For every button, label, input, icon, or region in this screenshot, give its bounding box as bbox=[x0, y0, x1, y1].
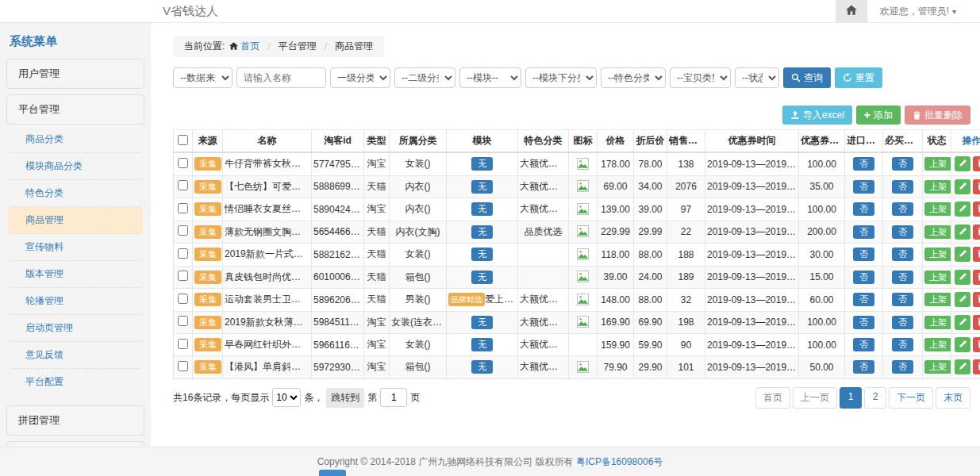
sidebar-item[interactable]: 平台配置 bbox=[8, 369, 143, 395]
pager-button-1[interactable]: 1 bbox=[840, 387, 862, 409]
search-button[interactable]: 查询 bbox=[783, 67, 831, 88]
import-excel-button[interactable]: 导入excel bbox=[782, 106, 852, 125]
delete-button[interactable] bbox=[973, 359, 980, 374]
filter-select-module-subcategory[interactable]: --模块下分类-- bbox=[525, 67, 597, 88]
import-toggle-badge[interactable]: 否 bbox=[853, 248, 874, 261]
pager-button-2[interactable]: 2 bbox=[864, 387, 886, 409]
status-badge[interactable]: 上架 bbox=[924, 271, 951, 284]
sidebar-item[interactable]: 宣传物料 bbox=[8, 234, 143, 261]
filter-select-level2-category[interactable]: --二级分类-- bbox=[394, 67, 455, 88]
status-badge[interactable]: 上架 bbox=[924, 248, 951, 261]
row-checkbox[interactable] bbox=[178, 248, 188, 259]
edit-button[interactable] bbox=[955, 359, 970, 374]
sidebar-item[interactable]: 特色分类 bbox=[8, 180, 143, 207]
delete-button[interactable] bbox=[973, 270, 980, 285]
edit-button[interactable] bbox=[955, 292, 970, 307]
sidebar-section-header-0[interactable]: 用户管理 bbox=[6, 59, 144, 89]
must-buy-toggle-badge[interactable]: 否 bbox=[892, 180, 913, 194]
status-badge[interactable]: 上架 bbox=[924, 338, 951, 351]
row-checkbox[interactable] bbox=[178, 361, 188, 371]
delete-button[interactable] bbox=[973, 225, 980, 240]
must-buy-toggle-badge[interactable]: 否 bbox=[892, 157, 913, 171]
must-buy-toggle-badge[interactable]: 否 bbox=[892, 202, 913, 216]
row-checkbox[interactable] bbox=[178, 294, 188, 304]
import-toggle-badge[interactable]: 否 bbox=[853, 293, 874, 306]
edit-button[interactable] bbox=[955, 337, 970, 352]
edit-button[interactable] bbox=[955, 225, 970, 240]
must-buy-toggle-badge[interactable]: 否 bbox=[892, 360, 913, 374]
edit-button[interactable] bbox=[955, 156, 970, 171]
import-toggle-badge[interactable]: 否 bbox=[853, 316, 874, 329]
page-number-input[interactable] bbox=[380, 388, 407, 407]
sidebar-item[interactable]: 启动页管理 bbox=[8, 315, 143, 342]
sidebar-section-header-2[interactable]: 拼团管理 bbox=[6, 405, 144, 436]
must-buy-toggle-badge[interactable]: 否 bbox=[892, 316, 913, 329]
edit-button[interactable] bbox=[955, 270, 970, 285]
status-badge[interactable]: 上架 bbox=[924, 157, 951, 171]
edit-button[interactable] bbox=[955, 247, 970, 262]
row-checkbox[interactable] bbox=[178, 203, 188, 213]
import-toggle-badge[interactable]: 否 bbox=[853, 225, 874, 239]
delete-button[interactable] bbox=[973, 292, 980, 307]
edit-button[interactable] bbox=[955, 179, 970, 194]
user-menu[interactable]: 欢迎您，管理员!▾ bbox=[867, 5, 980, 18]
icp-link[interactable]: 粤ICP备16098006号 bbox=[576, 455, 663, 469]
must-buy-toggle-badge[interactable]: 否 bbox=[892, 248, 913, 261]
filter-select-feature-category[interactable]: --特色分类-- bbox=[601, 67, 666, 88]
sidebar-item[interactable]: 商品分类 bbox=[8, 126, 143, 153]
must-buy-toggle-badge[interactable]: 否 bbox=[892, 225, 913, 239]
delete-button[interactable] bbox=[973, 247, 980, 262]
jump-to-button[interactable]: 跳转到 bbox=[326, 388, 364, 408]
row-checkbox[interactable] bbox=[178, 158, 188, 168]
delete-button[interactable] bbox=[973, 156, 980, 171]
must-buy-toggle-badge[interactable]: 否 bbox=[892, 338, 913, 351]
filter-select-level1-category[interactable]: 一级分类 bbox=[330, 67, 390, 88]
home-button[interactable] bbox=[836, 0, 867, 22]
delete-button[interactable] bbox=[973, 337, 980, 352]
import-toggle-badge[interactable]: 否 bbox=[853, 338, 874, 351]
must-buy-toggle-badge[interactable]: 否 bbox=[892, 293, 913, 306]
sidebar-item[interactable]: 版本管理 bbox=[8, 261, 143, 288]
pager-button-首页[interactable]: 首页 bbox=[755, 387, 790, 409]
select-all-checkbox[interactable] bbox=[178, 135, 188, 145]
add-button[interactable]: + 添加 bbox=[856, 106, 901, 125]
filter-select-item-type[interactable]: --宝贝类型-- bbox=[670, 67, 731, 88]
status-badge[interactable]: 上架 bbox=[924, 180, 951, 194]
status-badge[interactable]: 上架 bbox=[924, 293, 951, 306]
filter-name-input[interactable] bbox=[236, 67, 326, 88]
row-checkbox[interactable] bbox=[178, 180, 188, 190]
status-badge[interactable]: 上架 bbox=[924, 225, 951, 239]
pager-button-末页[interactable]: 末页 bbox=[936, 387, 970, 409]
sidebar-item[interactable]: 轮播管理 bbox=[8, 288, 143, 315]
pager-button-下一页[interactable]: 下一页 bbox=[889, 387, 933, 409]
per-page-select[interactable]: 10 bbox=[272, 388, 301, 407]
row-checkbox[interactable] bbox=[178, 225, 188, 236]
edit-button[interactable] bbox=[955, 202, 970, 217]
filter-select-data-source[interactable]: --数据来源-- bbox=[173, 67, 233, 88]
status-badge[interactable]: 上架 bbox=[924, 360, 951, 374]
pager-button-上一页[interactable]: 上一页 bbox=[793, 387, 837, 409]
status-badge[interactable]: 上架 bbox=[924, 316, 951, 329]
sidebar-section-header-3[interactable]: 省惠快报 bbox=[6, 441, 144, 447]
sidebar-section-header-1[interactable]: 平台管理 bbox=[6, 94, 144, 125]
sidebar-item[interactable]: 意见反馈 bbox=[8, 342, 143, 369]
delete-button[interactable] bbox=[973, 315, 980, 330]
status-badge[interactable]: 上架 bbox=[924, 202, 951, 216]
row-checkbox[interactable] bbox=[178, 271, 188, 281]
row-checkbox[interactable] bbox=[178, 316, 188, 326]
import-toggle-badge[interactable]: 否 bbox=[853, 271, 874, 284]
edit-button[interactable] bbox=[955, 315, 970, 330]
filter-select-module[interactable]: --模块-- bbox=[459, 67, 521, 88]
import-toggle-badge[interactable]: 否 bbox=[853, 157, 874, 171]
filter-select-status[interactable]: --状态-- bbox=[735, 67, 779, 88]
delete-button[interactable] bbox=[973, 202, 980, 217]
import-toggle-badge[interactable]: 否 bbox=[853, 202, 874, 216]
sidebar-item[interactable]: 模块商品分类 bbox=[8, 153, 143, 180]
delete-button[interactable] bbox=[973, 179, 980, 194]
row-checkbox[interactable] bbox=[178, 339, 188, 349]
batch-delete-button[interactable]: 批量删除 bbox=[905, 106, 970, 125]
import-toggle-badge[interactable]: 否 bbox=[853, 360, 874, 374]
must-buy-toggle-badge[interactable]: 否 bbox=[892, 271, 913, 284]
sidebar-item[interactable]: 商品管理 bbox=[8, 207, 143, 234]
reset-button[interactable]: 重置 bbox=[835, 67, 882, 88]
